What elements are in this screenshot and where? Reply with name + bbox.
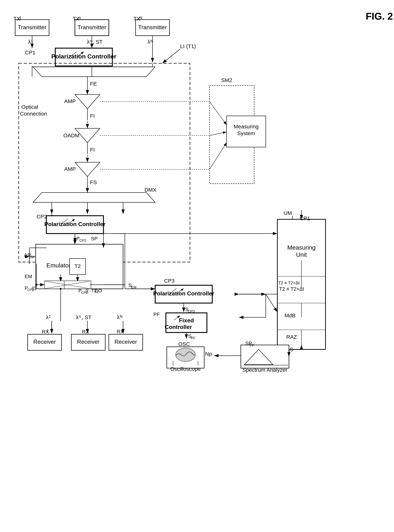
- svg-text:FI: FI: [90, 147, 95, 153]
- svg-text:OADM: OADM: [63, 133, 79, 138]
- svg-text:(t): (t): [32, 286, 36, 291]
- svg-text:PF: PF: [191, 336, 196, 340]
- svg-text:Oscilloscope: Oscilloscope: [170, 366, 201, 372]
- svg-text:λ: λ: [117, 314, 119, 320]
- svg-point-118: [60, 288, 62, 290]
- svg-text:1: 1: [49, 314, 51, 319]
- svg-text:Connection: Connection: [20, 111, 47, 117]
- svg-text:λ: λ: [87, 39, 89, 45]
- svg-text:λ: λ: [46, 314, 48, 320]
- svg-text:Np: Np: [205, 351, 212, 357]
- svg-text:AMP: AMP: [64, 166, 76, 172]
- svg-text:LI (T1): LI (T1): [180, 43, 196, 49]
- svg-text:n: n: [90, 39, 92, 43]
- svg-text:T2 ≡ T2+Δt: T2 ≡ T2+Δt: [278, 281, 300, 285]
- svg-text:AMP: AMP: [64, 98, 76, 104]
- svg-line-68: [210, 132, 227, 135]
- diagram-container: FIG. 2 Transmitter TX 1 Transmitter TX n…: [0, 0, 394, 532]
- svg-text:PF: PF: [153, 312, 160, 317]
- svg-text:RAZ: RAZ: [286, 334, 297, 340]
- svg-text:Measuring: Measuring: [287, 244, 316, 251]
- svg-text:TX: TX: [73, 16, 79, 22]
- svg-text:CO: CO: [94, 288, 102, 293]
- svg-text:, ST: , ST: [82, 314, 92, 320]
- svg-text:, ST: , ST: [93, 39, 103, 45]
- svg-text:Controller: Controller: [165, 324, 192, 330]
- svg-text:EM: EM: [131, 285, 136, 289]
- svg-point-113: [36, 284, 37, 286]
- svg-text:Polarization Controller: Polarization Controller: [51, 53, 116, 60]
- svg-text:Polarization Controller: Polarization Controller: [44, 221, 105, 227]
- svg-text:CP3: CP3: [164, 278, 174, 284]
- svg-text:1: 1: [19, 15, 21, 20]
- svg-text:N: N: [121, 329, 124, 333]
- svg-rect-32: [19, 63, 190, 262]
- svg-text:N: N: [120, 314, 123, 319]
- svg-text:FE: FE: [90, 81, 97, 87]
- svg-text:SM2: SM2: [221, 77, 232, 83]
- svg-text:MdB: MdB: [285, 312, 296, 318]
- svg-text:TX: TX: [133, 16, 140, 22]
- svg-text:Transmitter: Transmitter: [138, 24, 167, 31]
- svg-text:T2: T2: [74, 263, 81, 269]
- svg-text:N: N: [140, 15, 142, 20]
- svg-text:Transmitter: Transmitter: [18, 24, 47, 31]
- svg-text:CP2: CP2: [36, 214, 47, 220]
- svg-text:OSC: OSC: [178, 341, 190, 347]
- svg-text:PF: PF: [250, 343, 254, 347]
- svg-line-205: [266, 294, 277, 312]
- svg-text:System: System: [237, 130, 255, 136]
- svg-text:Unit: Unit: [296, 251, 307, 258]
- svg-text:N: N: [150, 39, 153, 43]
- svg-text:λ: λ: [76, 314, 78, 320]
- svg-text:DMX: DMX: [145, 187, 156, 193]
- svg-line-69: [210, 143, 227, 169]
- svg-text:Optical: Optical: [21, 104, 38, 110]
- svg-text:λ: λ: [147, 39, 150, 45]
- svg-text:FI: FI: [90, 113, 95, 119]
- svg-text:Measuring: Measuring: [234, 123, 259, 129]
- svg-text:1: 1: [47, 329, 48, 333]
- svg-text:Receiver: Receiver: [33, 338, 56, 345]
- svg-marker-57: [75, 162, 100, 177]
- svg-text:SP: SP: [91, 236, 98, 241]
- svg-text:Receiver: Receiver: [77, 338, 100, 345]
- svg-text:EM: EM: [25, 274, 32, 279]
- svg-text:CP2: CP2: [79, 239, 86, 242]
- svg-text:Receiver: Receiver: [114, 338, 137, 345]
- svg-text:λ: λ: [28, 39, 31, 45]
- svg-text:UM: UM: [284, 210, 292, 216]
- svg-line-67: [210, 102, 227, 125]
- svg-text:T2 ≡ T2+Δt: T2 ≡ T2+Δt: [279, 286, 304, 292]
- svg-marker-36: [33, 67, 155, 77]
- svg-text:n: n: [79, 314, 81, 319]
- fig-label: FIG. 2: [366, 11, 393, 22]
- svg-text:Fixed: Fixed: [179, 317, 194, 324]
- svg-text:Polarization Controller: Polarization Controller: [153, 290, 214, 297]
- svg-text:n: n: [79, 15, 81, 20]
- svg-text:P: P: [76, 236, 80, 241]
- svg-text:Transmitter: Transmitter: [78, 24, 106, 31]
- svg-marker-71: [33, 193, 155, 202]
- svg-text:CP1: CP1: [25, 50, 35, 56]
- svg-text:Spectrum Analyzer: Spectrum Analyzer: [242, 367, 287, 373]
- svg-line-31: [162, 49, 180, 63]
- svg-text:n: n: [87, 329, 89, 333]
- svg-text:Emulator: Emulator: [46, 262, 71, 269]
- svg-marker-45: [75, 94, 100, 109]
- svg-text:FS: FS: [90, 179, 97, 185]
